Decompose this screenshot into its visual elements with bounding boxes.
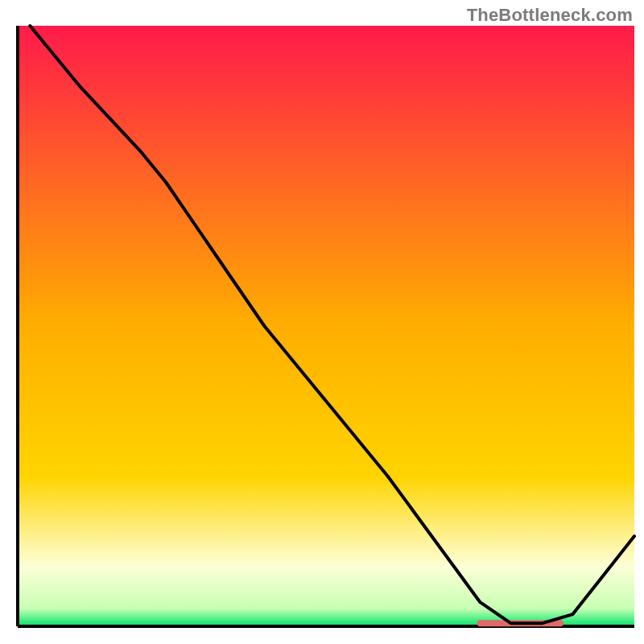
plot-background xyxy=(18,26,634,626)
watermark-label: TheBottleneck.com xyxy=(467,5,633,26)
bottleneck-chart xyxy=(0,0,644,644)
chart-container: TheBottleneck.com xyxy=(0,0,644,644)
